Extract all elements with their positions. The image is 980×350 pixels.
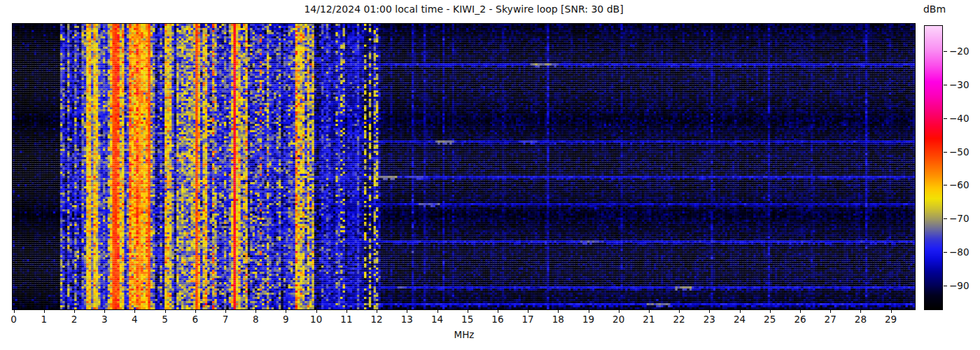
x-tick-mark <box>104 310 105 313</box>
x-tick-label: 25 <box>758 314 782 325</box>
x-tick-mark <box>498 310 498 313</box>
x-tick-mark <box>377 310 377 313</box>
x-tick-label: 24 <box>728 314 752 325</box>
x-tick-mark <box>589 310 589 313</box>
x-tick-label: 13 <box>395 314 419 325</box>
x-tick-label: 19 <box>577 314 601 325</box>
colorbar-tick-label: −60 <box>949 179 977 190</box>
spectrogram-figure: 14/12/2024 01:00 local time - KIWI_2 - S… <box>0 0 980 350</box>
colorbar-tick-label: −90 <box>949 280 977 291</box>
colorbar-unit-label: dBm <box>918 4 951 15</box>
x-tick-label: 6 <box>183 314 207 325</box>
colorbar-gradient <box>925 26 942 309</box>
x-tick-mark <box>316 310 317 313</box>
x-tick-label: 10 <box>304 314 328 325</box>
colorbar-tick-mark <box>944 252 947 253</box>
colorbar-tick-label: −50 <box>949 146 977 158</box>
x-tick-label: 26 <box>788 314 812 325</box>
spectrogram-heatmap <box>13 24 915 309</box>
x-tick-label: 1 <box>32 314 56 325</box>
x-tick-mark <box>286 310 286 313</box>
x-tick-label: 9 <box>274 314 298 325</box>
x-tick-label: 15 <box>456 314 479 325</box>
colorbar-tick-label: −30 <box>949 79 977 90</box>
x-tick-mark <box>891 310 892 313</box>
x-tick-mark <box>134 310 135 313</box>
x-tick-mark <box>165 310 166 313</box>
x-tick-label: 11 <box>335 314 358 325</box>
colorbar-tick-label: −70 <box>949 213 977 224</box>
x-tick-label: 2 <box>62 314 86 325</box>
x-tick-label: 21 <box>637 314 661 325</box>
x-tick-mark <box>740 310 741 313</box>
x-tick-label: 17 <box>516 314 540 325</box>
x-tick-mark <box>709 310 710 313</box>
colorbar-tick-mark <box>944 185 947 186</box>
chart-title: 14/12/2024 01:00 local time - KIWI_2 - S… <box>12 4 916 15</box>
x-tick-mark <box>528 310 528 313</box>
x-tick-label: 8 <box>244 314 267 325</box>
x-tick-mark <box>619 310 620 313</box>
x-tick-mark <box>770 310 771 313</box>
x-tick-mark <box>225 310 226 313</box>
x-tick-label: 20 <box>607 314 631 325</box>
x-tick-label: 0 <box>2 314 26 325</box>
colorbar-tick-label: −80 <box>949 246 977 258</box>
x-tick-label: 12 <box>365 314 388 325</box>
x-tick-mark <box>195 310 196 313</box>
x-tick-label: 23 <box>697 314 721 325</box>
x-tick-mark <box>860 310 861 313</box>
x-tick-label: 27 <box>818 314 842 325</box>
x-tick-label: 18 <box>546 314 570 325</box>
x-tick-label: 5 <box>153 314 177 325</box>
x-tick-label: 4 <box>122 314 146 325</box>
colorbar-tick-mark <box>944 118 947 119</box>
x-tick-label: 14 <box>426 314 449 325</box>
x-tick-mark <box>14 310 15 313</box>
x-tick-mark <box>407 310 407 313</box>
x-axis-label: MHz <box>442 329 486 340</box>
x-tick-mark <box>255 310 256 313</box>
x-tick-mark <box>74 310 75 313</box>
x-tick-label: 3 <box>92 314 116 325</box>
x-tick-mark <box>44 310 45 313</box>
colorbar-tick-label: −40 <box>949 113 977 124</box>
x-tick-mark <box>468 310 468 313</box>
plot-area <box>12 23 916 310</box>
colorbar-tick-mark <box>944 218 947 219</box>
x-tick-label: 28 <box>848 314 872 325</box>
x-tick-mark <box>558 310 559 313</box>
x-tick-mark <box>649 310 650 313</box>
colorbar-tick-mark <box>944 51 947 52</box>
x-tick-label: 7 <box>214 314 237 325</box>
colorbar-tick-label: −20 <box>949 46 977 57</box>
colorbar-tick-mark <box>944 152 947 153</box>
colorbar <box>924 25 943 310</box>
x-tick-mark <box>438 310 438 313</box>
x-tick-mark <box>679 310 680 313</box>
x-tick-mark <box>800 310 801 313</box>
x-tick-mark <box>346 310 347 313</box>
x-tick-mark <box>830 310 831 313</box>
colorbar-tick-mark <box>944 286 947 286</box>
x-tick-label: 29 <box>879 314 903 325</box>
colorbar-tick-mark <box>944 85 947 85</box>
x-tick-label: 22 <box>667 314 691 325</box>
x-tick-label: 16 <box>486 314 510 325</box>
